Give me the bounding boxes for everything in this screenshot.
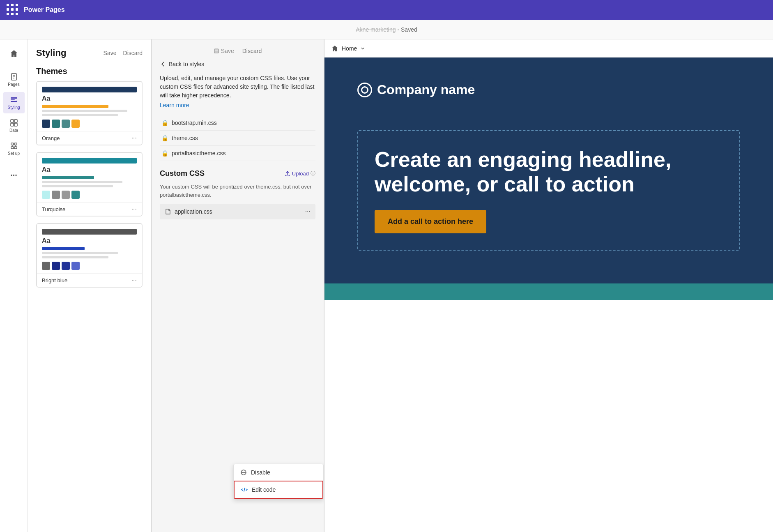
preview-text: Aa [42, 237, 137, 244]
preview-lines [42, 247, 137, 258]
theme-card-turquoise[interactable]: Aa Turquoise ··· [36, 152, 143, 216]
css-file-icon [165, 208, 171, 215]
upload-icon [285, 171, 290, 177]
theme-more-orange[interactable]: ··· [131, 135, 137, 141]
setup-label: Set up [8, 151, 20, 156]
lock-icon: 🔒 [161, 150, 168, 157]
svg-rect-4 [11, 97, 17, 99]
styling-header: Styling Save Discard [28, 39, 151, 63]
css-file-bootstrap: 🔒 bootstrap.min.css [160, 115, 315, 131]
sidebar-item-setup[interactable]: Set up [3, 138, 25, 159]
save-icon [214, 48, 219, 54]
svg-point-7 [16, 101, 17, 102]
discard-button[interactable]: Discard [123, 50, 143, 56]
swatch [52, 262, 60, 270]
app-css-more-button[interactable]: ··· [305, 208, 311, 215]
theme-name-orange: Orange [42, 135, 60, 141]
app-css-left: application.css [165, 208, 212, 215]
swatch [71, 120, 80, 128]
back-arrow-icon [160, 61, 166, 67]
sidebar-item-pages[interactable]: Pages [3, 69, 25, 90]
svg-rect-9 [14, 120, 17, 122]
svg-rect-6 [11, 101, 16, 102]
app-title: Power Pages [24, 6, 65, 14]
save-btn-middle[interactable]: Save [214, 48, 234, 54]
swatch [71, 262, 80, 270]
discard-btn-middle[interactable]: Discard [242, 48, 262, 54]
hero-headline: Create an engaging headline, welcome, or… [375, 147, 723, 197]
theme-card-orange[interactable]: Aa Orange ··· [36, 81, 143, 145]
hero-logo-circle [357, 83, 372, 97]
styling-actions: Save Discard [104, 50, 143, 56]
theme-more-turquoise[interactable]: ··· [131, 206, 137, 212]
theme-preview-turquoise: Aa [37, 153, 142, 202]
lock-icon: 🔒 [161, 135, 168, 141]
upload-button[interactable]: Upload ⓘ [285, 170, 315, 177]
swatch [52, 120, 60, 128]
custom-css-desc: Your custom CSS will be prioritized over… [160, 183, 315, 199]
preview-nav: Home [324, 39, 773, 58]
app-css-name: application.css [175, 208, 212, 215]
css-files-list: 🔒 bootstrap.min.css 🔒 theme.css 🔒 portal… [160, 115, 315, 161]
sidebar-item-home[interactable] [3, 43, 25, 64]
themes-panel: Styling Save Discard // Will be set up v… [28, 39, 151, 532]
theme-card-brightblue[interactable]: Aa Bright blue ··· [36, 223, 143, 288]
hero-cta-button[interactable]: Add a call to action here [375, 210, 486, 233]
swatch [42, 191, 50, 199]
svg-rect-13 [14, 143, 17, 145]
preview-swatches [42, 191, 137, 199]
middle-panel: Save Discard Back to styles Upload, edit… [152, 39, 324, 532]
preview-lines [42, 176, 137, 187]
pages-icon [10, 73, 18, 81]
hero-company-name: Company name [377, 82, 475, 97]
theme-preview-brightblue: Aa [37, 224, 142, 273]
saved-label: - Saved [397, 26, 417, 33]
site-name: Akne marketing [356, 26, 396, 33]
theme-name-brightblue: Bright blue [42, 277, 67, 283]
svg-rect-15 [14, 147, 17, 149]
hero-logo-inner [361, 86, 368, 94]
svg-rect-12 [11, 143, 14, 145]
sidebar-item-more[interactable]: ··· [3, 164, 25, 186]
toolbar: Save Discard [160, 48, 315, 54]
theme-footer-orange: Orange ··· [37, 131, 142, 145]
theme-footer-brightblue: Bright blue ··· [37, 273, 142, 287]
apps-icon[interactable] [7, 4, 19, 16]
data-icon [10, 119, 18, 127]
sidebar-icons: Pages Styling Data [0, 39, 28, 532]
disable-icon [240, 469, 247, 476]
custom-css-title: Custom CSS [160, 169, 205, 178]
preview-nav-title: Home [342, 45, 357, 52]
svg-rect-10 [11, 123, 14, 126]
svg-rect-5 [11, 99, 15, 100]
hero-logo-row: Company name [357, 82, 740, 97]
disable-menu-item[interactable]: Disable [234, 464, 323, 481]
hero-content-area: Create an engaging headline, welcome, or… [357, 130, 740, 251]
setup-icon [10, 142, 18, 150]
custom-css-header: Custom CSS Upload ⓘ [160, 169, 315, 178]
svg-rect-19 [215, 49, 218, 51]
swatch [62, 120, 70, 128]
css-file-portalbasic: 🔒 portalbasictheme.css [160, 146, 315, 161]
edit-code-menu-item[interactable]: Edit code [234, 481, 323, 499]
learn-more-link[interactable]: Learn more [160, 102, 189, 108]
sidebar-item-styling[interactable]: Styling [3, 92, 25, 113]
swatch [62, 191, 70, 199]
preview-text: Aa [42, 166, 137, 173]
app-css-row: application.css ··· [160, 204, 315, 219]
save-status: Akne marketing - Saved [356, 26, 417, 33]
home-icon [10, 49, 18, 58]
hero-section: Company name Create an engaging headline… [324, 58, 773, 283]
save-button[interactable]: Save [104, 50, 117, 56]
swatch [52, 191, 60, 199]
back-to-styles[interactable]: Back to styles [160, 61, 315, 67]
description-text: Upload, edit, and manage your custom CSS… [160, 74, 315, 100]
theme-more-brightblue[interactable]: ··· [131, 277, 137, 283]
swatch [71, 191, 80, 199]
preview-content: Company name Create an engaging headline… [324, 58, 773, 532]
svg-rect-14 [11, 147, 14, 149]
sidebar-item-data[interactable]: Data [3, 115, 25, 136]
svg-rect-11 [14, 123, 17, 126]
styling-icon [10, 96, 18, 104]
data-label: Data [9, 128, 18, 133]
